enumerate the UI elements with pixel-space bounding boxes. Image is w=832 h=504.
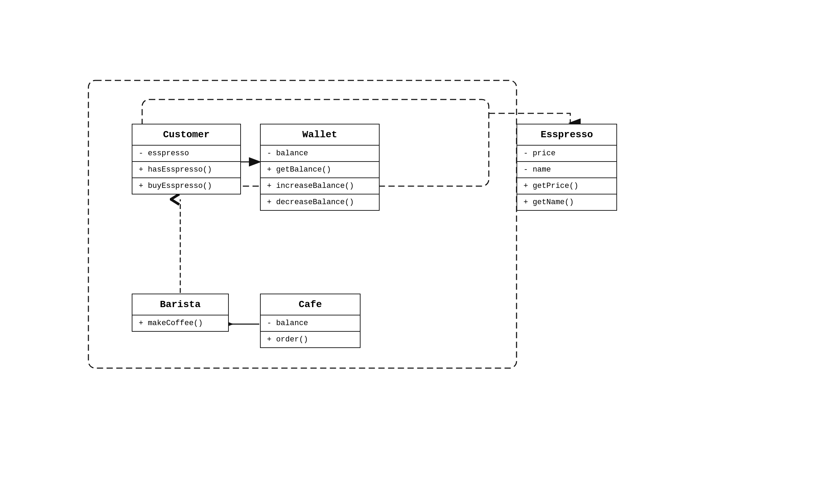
wallet-member-3: + increaseBalance() <box>261 178 379 194</box>
customer-member-3: + buyEsspresso() <box>132 178 240 194</box>
cafe-class: Cafe - balance + order() <box>260 294 361 348</box>
barista-member-1: + makeCoffee() <box>132 315 228 331</box>
barista-class: Barista + makeCoffee() <box>132 294 229 332</box>
wallet-member-2: + getBalance() <box>261 162 379 178</box>
esspresso-member-4: + getName() <box>517 194 616 210</box>
customer-member-2: + hasEsspresso() <box>132 162 240 178</box>
wallet-class-name: Wallet <box>261 124 379 146</box>
uml-diagram: Customer (dashed with open triangle, ver… <box>35 27 797 477</box>
cafe-class-name: Cafe <box>261 294 360 315</box>
wallet-class: Wallet - balance + getBalance() + increa… <box>260 124 380 211</box>
esspresso-member-2: - name <box>517 162 616 178</box>
wallet-member-1: - balance <box>261 146 379 162</box>
esspresso-member-3: + getPrice() <box>517 178 616 194</box>
esspresso-class-name: Esspresso <box>517 124 616 146</box>
esspresso-class: Esspresso - price - name + getPrice() + … <box>517 124 617 211</box>
esspresso-member-1: - price <box>517 146 616 162</box>
cafe-member-1: - balance <box>261 315 360 332</box>
cafe-member-2: + order() <box>261 332 360 347</box>
customer-class-name: Customer <box>132 124 240 146</box>
wallet-member-4: + decreaseBalance() <box>261 194 379 210</box>
customer-member-1: - esspresso <box>132 146 240 162</box>
barista-class-name: Barista <box>132 294 228 315</box>
customer-class: Customer - esspresso + hasEsspresso() + … <box>132 124 241 194</box>
